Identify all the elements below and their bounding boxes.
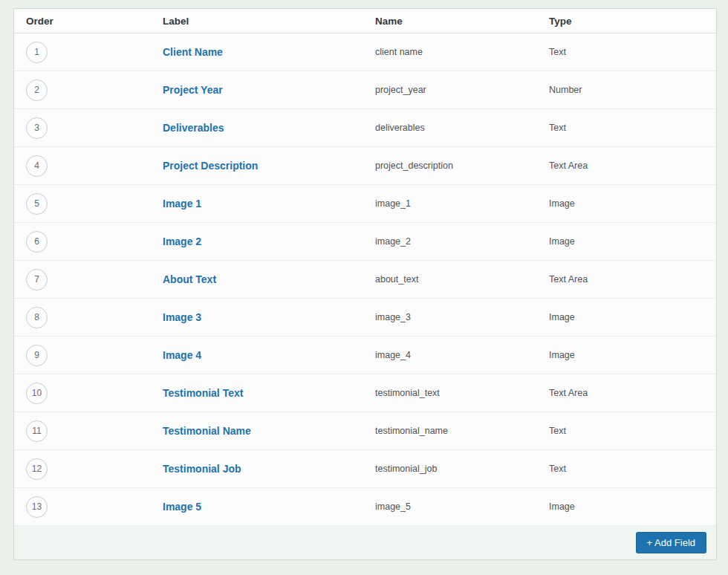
table-row: 12 Testimonial Job testimonial_job Text (14, 450, 716, 488)
field-label-link[interactable]: Testimonial Text (163, 387, 243, 399)
field-label-link[interactable]: Testimonial Job (163, 463, 241, 475)
field-type-value: Text Area (549, 274, 704, 285)
table-row: 9 Image 4 image_4 Image (14, 337, 716, 374)
table-row: 10 Testimonial Text testimonial_text Tex… (14, 374, 716, 412)
order-drag-handle[interactable]: 12 (26, 458, 48, 480)
field-type-value: Text (549, 464, 704, 474)
field-name-value: image_4 (375, 350, 549, 360)
field-label-link[interactable]: About Text (163, 273, 216, 285)
order-drag-handle[interactable]: 2 (26, 79, 48, 101)
table-row: 13 Image 5 image_5 Image (14, 488, 716, 526)
table-row: 8 Image 3 image_3 Image (14, 299, 716, 337)
order-drag-handle[interactable]: 8 (26, 307, 48, 328)
order-drag-handle[interactable]: 10 (26, 383, 48, 404)
field-name-value: about_text (375, 274, 549, 285)
field-name-value: deliverables (375, 123, 549, 133)
field-label-link[interactable]: Project Year (163, 84, 223, 96)
field-name-value: testimonial_text (375, 388, 549, 398)
field-name-value: client name (375, 47, 549, 57)
order-drag-handle[interactable]: 7 (26, 269, 48, 290)
custom-fields-panel: Order Label Name Type 1 Client Name clie… (13, 8, 717, 560)
field-label-link[interactable]: Deliverables (163, 122, 224, 134)
field-rows: 1 Client Name client name Text 2 Project… (14, 33, 716, 526)
field-label-link[interactable]: Client Name (163, 46, 223, 58)
table-row: 4 Project Description project_descriptio… (14, 147, 716, 185)
field-type-value: Image (549, 198, 704, 209)
column-header-order: Order (26, 16, 163, 27)
field-type-value: Image (549, 236, 704, 247)
order-drag-handle[interactable]: 6 (26, 231, 48, 253)
order-drag-handle[interactable]: 4 (26, 155, 48, 177)
field-name-value: image_3 (375, 312, 549, 322)
field-type-value: Text (549, 426, 704, 436)
column-header-label: Label (163, 16, 375, 27)
field-name-value: project_year (375, 85, 549, 95)
field-name-value: image_2 (375, 236, 549, 247)
field-label-link[interactable]: Project Description (163, 160, 258, 172)
table-row: 1 Client Name client name Text (14, 33, 716, 71)
field-label-link[interactable]: Image 3 (163, 311, 201, 323)
field-label-link[interactable]: Testimonial Name (163, 425, 251, 437)
table-row: 7 About Text about_text Text Area (14, 261, 716, 299)
field-type-value: Image (549, 312, 704, 322)
field-type-value: Number (549, 85, 704, 95)
table-row: 5 Image 1 image_1 Image (14, 185, 716, 223)
order-drag-handle[interactable]: 13 (26, 496, 48, 518)
column-header-type: Type (549, 16, 704, 27)
field-type-value: Image (549, 501, 704, 512)
order-drag-handle[interactable]: 11 (26, 420, 48, 442)
table-row: 3 Deliverables deliverables Text (14, 109, 716, 147)
table-row: 11 Testimonial Name testimonial_name Tex… (14, 412, 716, 450)
table-header-row: Order Label Name Type (14, 9, 716, 33)
add-field-button[interactable]: + Add Field (636, 532, 706, 553)
field-type-value: Image (549, 350, 704, 360)
order-drag-handle[interactable]: 9 (26, 345, 48, 366)
field-type-value: Text Area (549, 160, 704, 171)
table-row: 6 Image 2 image_2 Image (14, 223, 716, 261)
field-label-link[interactable]: Image 1 (163, 198, 201, 209)
panel-footer: + Add Field (14, 526, 716, 559)
field-label-link[interactable]: Image 2 (163, 235, 201, 247)
table-row: 2 Project Year project_year Number (14, 71, 716, 109)
field-name-value: image_5 (375, 501, 549, 512)
order-drag-handle[interactable]: 5 (26, 193, 48, 215)
field-type-value: Text Area (549, 388, 704, 398)
field-name-value: testimonial_name (375, 426, 549, 436)
field-label-link[interactable]: Image 4 (163, 349, 201, 361)
field-name-value: project_description (375, 160, 549, 171)
field-label-link[interactable]: Image 5 (163, 501, 201, 513)
field-name-value: testimonial_job (375, 464, 549, 474)
field-name-value: image_1 (375, 198, 549, 209)
field-type-value: Text (549, 123, 704, 133)
field-type-value: Text (549, 47, 704, 57)
order-drag-handle[interactable]: 3 (26, 117, 48, 139)
order-drag-handle[interactable]: 1 (26, 42, 48, 63)
column-header-name: Name (375, 16, 549, 27)
